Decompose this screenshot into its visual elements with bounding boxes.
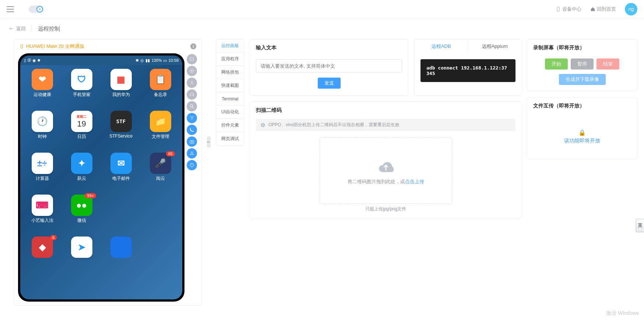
avatar[interactable]: ng	[625, 3, 637, 15]
home-icon	[590, 7, 595, 12]
svg-text:i: i	[263, 123, 263, 127]
app-16[interactable]: ◆6	[23, 237, 61, 273]
app-8[interactable]: ±÷计算器	[23, 153, 61, 189]
ime-float-tab[interactable]: 英	[636, 219, 644, 232]
page-title: 远程控制	[38, 25, 60, 32]
theme-toggle[interactable]	[29, 6, 43, 13]
record-download-button[interactable]: 生成并下载录像	[559, 74, 606, 85]
ctrl-search-icon[interactable]	[187, 101, 197, 111]
tab-remote-appium[interactable]: 远程Appium	[468, 39, 522, 53]
ctrl-filter-icon[interactable]	[187, 113, 197, 123]
cloud-upload-icon	[375, 156, 397, 174]
arrow-left-icon	[9, 26, 14, 31]
ctrl-headset-icon[interactable]	[187, 89, 197, 100]
app-0[interactable]: ❤运动健康	[23, 69, 61, 106]
vtab-0[interactable]: 远控面板	[216, 39, 244, 53]
adb-tabs: 远程ADB 远程Appium	[415, 39, 521, 53]
lock-icon: 🔒	[533, 129, 631, 136]
qr-title: 扫描二维码	[250, 102, 521, 119]
vtab-1[interactable]: 应用程序	[216, 53, 244, 66]
apps-grid: ❤运动健康🛡手机管家▦我的华为📋备忘录🕐时钟星期二19日历STFSTFServi…	[20, 65, 182, 299]
device-controls	[187, 53, 198, 302]
device-center-label: 设备中心	[562, 6, 581, 13]
divider	[32, 25, 32, 32]
svg-point-6	[190, 104, 193, 107]
svg-rect-2	[21, 45, 23, 48]
device-name: HUAWEI Mate 20 全网通版	[20, 43, 84, 50]
device-header: HUAWEI Mate 20 全网通版 i	[14, 39, 201, 53]
record-panel: 录制屏幕（即将开放） 开始 暂停 结束 生成并下载录像	[527, 39, 637, 91]
app-19[interactable]	[141, 237, 179, 273]
input-text-panel: 输入文本 发送	[250, 39, 408, 96]
info-icon[interactable]: i	[190, 43, 196, 49]
app-4[interactable]: 🕐时钟	[23, 111, 61, 147]
app-14[interactable]	[102, 195, 140, 231]
vtab-3[interactable]: 快速截图	[216, 79, 244, 92]
app-15[interactable]	[141, 195, 179, 231]
upload-click-link[interactable]: 点击上传	[405, 179, 424, 184]
upload-hint: 只能上传jpg/png文件	[256, 206, 515, 212]
send-text-input[interactable]	[256, 59, 402, 72]
app-5[interactable]: 星期二19日历	[63, 111, 101, 147]
device-center-link[interactable]: 设备中心	[556, 6, 581, 13]
vtab-4[interactable]: Terminal	[216, 92, 244, 106]
upload-dropzone[interactable]: 将二维码图片拖到此处，或点击上传	[320, 138, 452, 204]
file-title: 文件互传（即将开放）	[527, 97, 637, 114]
upload-text: 将二维码图片拖到此处，或点击上传	[348, 178, 424, 185]
svg-rect-3	[190, 58, 193, 60]
app-11[interactable]: 🎤65阅云	[141, 153, 179, 189]
main: HUAWEI Mate 20 全网通版 i ▯ ⦿ ◉ ✸ ✱ ◎ ▮▮ 100…	[0, 39, 644, 312]
vtab-7[interactable]: 网页调试	[216, 132, 244, 145]
app-2[interactable]: ▦我的华为	[102, 69, 140, 106]
ctrl-eye-icon[interactable]	[187, 66, 197, 76]
device-screen[interactable]: ▯ ⦿ ◉ ✸ ✱ ◎ ▮▮ 100% ▭ 10:58 ❤运动健康🛡手机管家▦我…	[18, 53, 184, 302]
ctrl-phone-icon[interactable]	[187, 125, 197, 135]
record-start-button[interactable]: 开始	[545, 58, 568, 70]
app-9[interactable]: ✦跃云	[63, 153, 101, 189]
tab-remote-adb[interactable]: 远程ADB	[415, 39, 468, 53]
app-13[interactable]: ●●99+微信	[63, 195, 101, 231]
menu-icon[interactable]	[7, 6, 14, 12]
file-transfer-panel: 文件互传（即将开放） 🔒 该功能即将开放	[527, 97, 637, 159]
app-10[interactable]: ✉电子邮件	[102, 153, 140, 189]
topbar: 设备中心 回到首页 ng	[0, 0, 644, 18]
app-17[interactable]: ➤	[63, 237, 101, 273]
send-button[interactable]: 发送	[318, 78, 341, 89]
ctrl-user-icon[interactable]	[187, 78, 197, 88]
back-label: 返回	[16, 25, 26, 32]
phone-icon	[20, 44, 24, 49]
gear-icon	[38, 7, 42, 11]
record-end-button[interactable]: 结束	[597, 58, 619, 70]
phone-icon	[556, 7, 561, 12]
svg-point-4	[191, 71, 193, 72]
app-7[interactable]: 📁文件管理	[141, 111, 179, 147]
file-coming-soon: 该功能即将开放	[564, 138, 600, 143]
svg-point-8	[191, 141, 193, 143]
vtab-2[interactable]: 网络抓包	[216, 66, 244, 79]
qr-panel: 扫描二维码 i OPPO、vivo部分机型上传二维码后不出现在相册，需要重启后生…	[250, 102, 522, 218]
app-3[interactable]: 📋备忘录	[141, 69, 179, 106]
home-link[interactable]: 回到首页	[590, 6, 616, 13]
ctrl-camera-icon[interactable]	[187, 136, 197, 147]
vtab-5[interactable]: UI自动化	[216, 106, 244, 119]
vtab-6[interactable]: 控件元素	[216, 119, 244, 132]
record-pause-button[interactable]: 暂停	[571, 58, 594, 70]
qr-alert-text: OPPO、vivo部分机型上传二维码后不出现在相册，需要重启后生效	[268, 122, 400, 128]
splitter[interactable]	[207, 39, 211, 245]
toggle-knob	[36, 6, 43, 13]
back-button[interactable]: 返回	[9, 25, 26, 32]
app-1[interactable]: 🛡手机管家	[63, 69, 101, 106]
topbar-left	[7, 6, 43, 13]
top-row: 输入文本 发送 远程ADB 远程Appium adb connect 192.1…	[250, 39, 522, 96]
app-18[interactable]	[102, 237, 140, 273]
svg-point-5	[191, 81, 193, 83]
app-12[interactable]: ⌨小艺输入法	[23, 195, 61, 231]
ctrl-nav-icon[interactable]	[187, 148, 197, 159]
ctrl-power-icon[interactable]	[187, 160, 197, 170]
ctrl-monitor-icon[interactable]	[187, 54, 197, 64]
device-panel: HUAWEI Mate 20 全网通版 i ▯ ⦿ ◉ ✸ ✱ ◎ ▮▮ 100…	[14, 39, 202, 306]
app-6[interactable]: STFSTFService	[102, 111, 140, 147]
subheader: 返回 远程控制	[0, 18, 644, 39]
svg-rect-1	[557, 7, 559, 11]
adb-panel: 远程ADB 远程Appium adb connect 192.168.1.122…	[414, 39, 522, 96]
